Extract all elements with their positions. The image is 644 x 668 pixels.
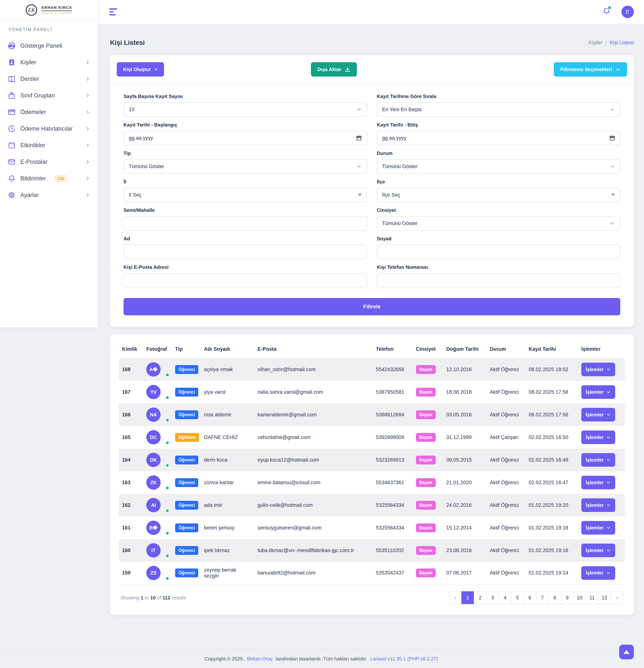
pagination: ‹123456789101112›	[449, 591, 623, 604]
sidebar-item-odemeler[interactable]: Ödemeler	[0, 104, 98, 120]
menu-section-label: YÖNETİM PANELİ	[0, 27, 98, 32]
sidebar-item-kisiler[interactable]: Kişiler	[0, 54, 98, 71]
gender-badge: Bayan	[416, 456, 436, 465]
first-name-input[interactable]	[124, 245, 367, 259]
field-sort: Kayıt Tarihine Göre Sırala En Yeni En Ba…	[377, 93, 620, 117]
sidebar-item-etkinlikler[interactable]: Etkinlikler	[0, 137, 98, 154]
email-input[interactable]	[124, 273, 367, 287]
type-badge: Öğrenci	[175, 410, 198, 419]
pagination-next[interactable]: ›	[611, 591, 623, 604]
page-title: Kişi Listesi	[110, 39, 145, 46]
sidebar-item-sinif-gruplari[interactable]: Sınıf Grupları	[0, 87, 98, 104]
person-name: ipek tıkmaz	[201, 539, 255, 562]
birth-date: 03.05.2016	[443, 404, 487, 426]
row-actions-button[interactable]: İşlemler	[581, 521, 615, 534]
pagination-page-12[interactable]: 12	[598, 591, 611, 604]
menu-toggle-icon[interactable]	[109, 8, 117, 15]
online-dot-icon	[165, 395, 170, 399]
create-person-button[interactable]: Kişi Oluştur +	[117, 62, 164, 77]
notifications-bell-icon[interactable]	[602, 7, 611, 17]
pagination-page-3[interactable]: 3	[486, 591, 499, 604]
row-actions-button[interactable]: İşlemler	[581, 385, 615, 399]
type-badge: Öğrenci	[175, 388, 198, 397]
phone-input[interactable]	[377, 273, 620, 287]
person-phone: 5387950581	[373, 381, 413, 404]
scroll-to-top-button[interactable]	[619, 644, 634, 659]
avatar: B�	[146, 521, 169, 535]
sidebar-item-ayarlar[interactable]: Ayarlar	[0, 187, 98, 203]
pagination-page-6[interactable]: 6	[523, 591, 536, 604]
sidebar: EK ERHAN KIRCA DANCE ACADEMY YÖNETİM PAN…	[0, 0, 98, 327]
person-phone: 5325564334	[373, 494, 413, 516]
row-actions-button[interactable]: İşlemler	[581, 430, 615, 444]
pagination-page-5[interactable]: 5	[511, 591, 524, 604]
district-select[interactable]: İlçe Seç	[377, 188, 620, 202]
pagination-page-8[interactable]: 8	[548, 591, 561, 604]
pagination-page-1[interactable]: 1	[461, 591, 474, 604]
person-email: nalia.sahra.varol@gmail.com	[255, 381, 373, 404]
type-badge: Öğrenci	[175, 523, 198, 532]
filter-options-button[interactable]: Filtreleme Seçenekleri	[554, 62, 627, 77]
table-row: 163 ZK Öğrenci zümra kantar emine.batans…	[119, 471, 625, 494]
sort-select[interactable]: En Yeni En Başta	[377, 102, 620, 117]
type-badge: Öğrenci	[175, 501, 198, 510]
person-email: eyup.koca12@hotmail.com	[255, 449, 373, 471]
sidebar-item-dersler[interactable]: Dersler	[0, 71, 98, 87]
chevron-down-icon	[606, 526, 611, 530]
row-actions-button[interactable]: İşlemler	[581, 566, 615, 580]
chevron-right-icon	[85, 176, 90, 181]
row-actions-button[interactable]: İşlemler	[581, 544, 615, 557]
neighborhood-input[interactable]	[124, 216, 367, 230]
pagination-page-2[interactable]: 2	[474, 591, 487, 604]
chevron-right-icon	[85, 159, 90, 165]
avatar: ZS	[146, 566, 169, 580]
chevron-down-icon	[357, 107, 362, 112]
online-dot-icon	[165, 508, 170, 513]
designer-link[interactable]: Birkan Oruç	[247, 656, 273, 662]
row-actions-button[interactable]: İşlemler	[581, 408, 615, 422]
pagination-page-9[interactable]: 9	[561, 591, 574, 604]
pagination-page-7[interactable]: 7	[536, 591, 549, 604]
pagination-page-4[interactable]: 4	[499, 591, 512, 604]
gender-select[interactable]: Tümünü Göster	[377, 216, 620, 230]
filter-submit-button[interactable]: Filtrele	[124, 298, 620, 315]
notification-dot	[608, 6, 612, 10]
dropdown-triangle-icon	[358, 194, 362, 196]
status-text: Aktif Öğrenci	[487, 494, 526, 516]
breadcrumb-parent[interactable]: Kişiler	[588, 40, 602, 46]
status-select[interactable]: Tümünü Göster	[377, 159, 620, 173]
sidebar-item-odeme-hatirlaticilar[interactable]: Ödeme Hatırlatıcılar	[0, 120, 98, 137]
province-select[interactable]: İl Seç	[124, 188, 367, 202]
row-actions-button[interactable]: İşlemler	[581, 363, 615, 376]
birth-date: 12.10.2016	[443, 358, 487, 381]
sidebar-item-gosterge-paneli[interactable]: Gösterge Paneli	[0, 37, 98, 54]
person-name: ada imir	[201, 494, 255, 516]
per-page-select[interactable]: 10	[124, 102, 367, 117]
clock-icon	[7, 125, 16, 133]
gender-badge: Bayan	[416, 365, 436, 374]
svg-text:EK: EK	[28, 7, 35, 13]
pagination-page-11[interactable]: 11	[586, 591, 598, 604]
date-start-input[interactable]: gg.aa.yyyy	[124, 131, 367, 145]
last-name-input[interactable]	[377, 245, 620, 259]
chevron-right-icon	[85, 60, 90, 65]
type-select[interactable]: Tümünü Göster	[124, 159, 367, 173]
sidebar-item-bildirimler[interactable]: Bildirimler 132	[0, 170, 98, 187]
person-id: 168	[119, 358, 143, 381]
copyright-text: Copyright © 2025. Birkan Oruç tarafından…	[204, 656, 440, 662]
pagination-page-10[interactable]: 10	[573, 591, 586, 604]
row-actions-button[interactable]: İşlemler	[581, 476, 615, 489]
sidebar-item-epostalar[interactable]: E-Postalar	[0, 154, 98, 170]
row-actions-button[interactable]: İşlemler	[581, 453, 615, 467]
export-button[interactable]: Dışa Aktar	[311, 62, 357, 77]
status-text: Aktif Öğrenci	[487, 562, 526, 584]
pagination-prev[interactable]: ‹	[449, 591, 462, 604]
laravel-link[interactable]: Laravel v11.35.1 (PHP v8.2.27)	[370, 656, 438, 662]
chevron-down-icon	[606, 390, 611, 394]
user-avatar[interactable]: E	[622, 6, 634, 18]
row-actions-button[interactable]: İşlemler	[581, 498, 615, 512]
brand[interactable]: EK ERHAN KIRCA DANCE ACADEMY	[0, 0, 98, 20]
person-name: zeynep berrak sezgin	[201, 562, 255, 584]
person-phone: 5392899009	[373, 426, 413, 449]
date-end-input[interactable]: gg.aa.yyyy	[377, 131, 620, 145]
